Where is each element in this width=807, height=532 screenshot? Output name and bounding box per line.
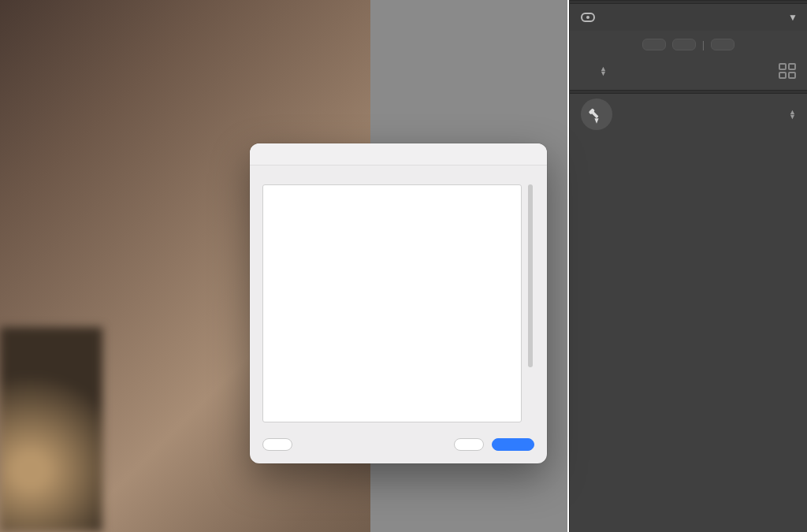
treatment-row: |: [570, 31, 807, 58]
develop-panel: ▼ | ▲▼ ▲▼: [569, 0, 807, 532]
basic-panel-header[interactable]: ▼: [570, 4, 807, 31]
white-balance-row: ▲▼: [570, 94, 807, 135]
bw-button[interactable]: [672, 39, 696, 50]
dialog-instructions: [250, 166, 547, 184]
presence-sliders: [570, 163, 807, 169]
wb-stepper[interactable]: ▲▼: [789, 110, 796, 119]
profile-browser-icon[interactable]: [779, 63, 796, 79]
chevron-down-icon[interactable]: ▼: [788, 12, 798, 23]
eyedropper-icon: [584, 102, 608, 126]
default-order-button[interactable]: [262, 438, 292, 451]
scrollbar-thumb[interactable]: [528, 184, 533, 367]
white-balance-picker[interactable]: [581, 99, 612, 130]
panel-list[interactable]: [262, 184, 522, 422]
hdr-button[interactable]: [711, 39, 734, 50]
scrollbar[interactable]: [526, 184, 534, 422]
pill-divider: |: [702, 39, 705, 50]
eye-icon[interactable]: [581, 13, 595, 22]
cancel-button[interactable]: [454, 438, 484, 451]
tone-sliders: [570, 149, 807, 155]
wb-sliders: [570, 135, 807, 141]
profile-row: ▲▼: [570, 58, 807, 90]
profile-stepper[interactable]: ▲▼: [600, 66, 607, 76]
dialog-title: [250, 143, 547, 166]
dialog-button-row: [250, 429, 547, 463]
saturation-sliders: [570, 177, 807, 184]
save-button[interactable]: [492, 438, 534, 451]
auto-button[interactable]: [642, 39, 666, 50]
customize-develop-dialog: [250, 143, 547, 463]
